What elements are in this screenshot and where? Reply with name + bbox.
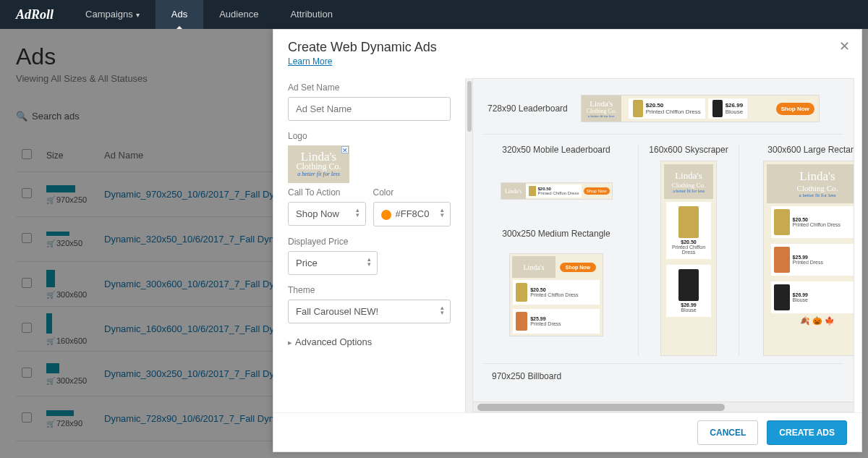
form-column: Ad Set Name Logo Linda's Clothing Co. a … (273, 78, 465, 412)
chevrons-icon: ▴▾ (356, 208, 359, 218)
top-nav: AdRoll Campaigns Ads Audience Attributio… (0, 0, 868, 29)
adset-name-input[interactable] (288, 97, 451, 121)
chevrons-icon: ▴▾ (367, 257, 371, 267)
preview-label-160: 160x600 Skyscraper (649, 145, 728, 155)
cancel-button[interactable]: CANCEL (697, 420, 758, 445)
brand-logo: AdRoll (0, 7, 69, 22)
advanced-options-toggle[interactable]: Advanced Options (288, 336, 451, 347)
logo-thumbnail[interactable]: Linda's Clothing Co. a better fit for le… (288, 145, 349, 183)
preview-label-970: 970x250 Billboard (483, 363, 843, 383)
preview-label-728: 728x90 Leaderboard (488, 103, 568, 114)
preview-label-300x600: 300x600 Large Rectangle (767, 145, 854, 155)
preview-scrollbar-x[interactable] (473, 402, 854, 412)
label-logo: Logo (288, 131, 451, 141)
preview-160x600: Linda'sClothing Co.a better fit for less… (660, 161, 717, 356)
close-icon[interactable]: ✕ (839, 38, 850, 54)
modal-footer: CANCEL CREATE ADS (273, 412, 861, 451)
chevrons-icon: ▴▾ (441, 305, 444, 315)
preview-column: 728x90 Leaderboard Linda'sClothing Co.a … (472, 78, 854, 412)
nav-attribution[interactable]: Attribution (274, 0, 349, 29)
label-price: Displayed Price (288, 237, 451, 247)
form-scrollbar[interactable] (465, 78, 472, 412)
learn-more-link[interactable]: Learn More (288, 56, 332, 67)
preview-320x50: Linda's $20.50Printed Chiffon Dress Shop… (501, 182, 613, 200)
label-color: Color (373, 187, 451, 198)
preview-300x600: Linda'sClothing Co.a better fit for less… (763, 161, 854, 356)
cta-select[interactable]: Shop Now▴▾ (288, 202, 366, 226)
nav-campaigns[interactable]: Campaigns (69, 0, 156, 29)
preview-label-320: 320x50 Mobile Leaderboard (502, 145, 610, 155)
preview-label-300x250: 300x250 Medium Rectangle (502, 229, 610, 239)
modal-body: Ad Set Name Logo Linda's Clothing Co. a … (273, 71, 861, 412)
price-select[interactable]: Price▴▾ (288, 251, 378, 275)
remove-logo-icon[interactable]: ✕ (341, 146, 349, 153)
preview-300x250: Linda's Shop Now $20.50Printed Chiffon D… (509, 253, 603, 336)
color-swatch (381, 210, 391, 220)
theme-select[interactable]: Fall Carousel NEW!▴▾ (288, 300, 451, 323)
color-select[interactable]: #FF8C0▴▾ (373, 202, 451, 226)
create-ads-button[interactable]: CREATE ADS (767, 420, 847, 445)
nav-audience[interactable]: Audience (203, 0, 274, 29)
label-theme: Theme (288, 285, 451, 295)
create-ads-modal: Create Web Dynamic Ads Learn More ✕ Ad S… (273, 29, 862, 452)
preview-728x90: Linda'sClothing Co.a better fit for less… (581, 95, 820, 122)
modal-title: Create Web Dynamic Ads (288, 40, 847, 55)
chevrons-icon: ▴▾ (441, 208, 444, 218)
label-cta: Call To Action (288, 187, 366, 198)
modal-header: Create Web Dynamic Ads Learn More ✕ (273, 30, 861, 71)
label-adset-name: Ad Set Name (288, 82, 451, 93)
nav-ads[interactable]: Ads (156, 0, 203, 29)
